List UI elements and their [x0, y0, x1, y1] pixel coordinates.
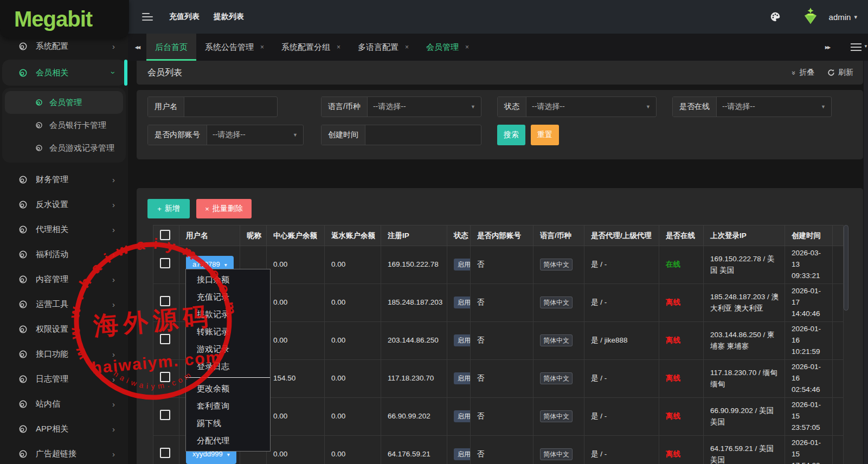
filter-created: 创建时间	[321, 125, 481, 145]
sidebar-item-permission[interactable]: 权限设置 ›	[0, 317, 128, 341]
row-checkbox[interactable]	[160, 296, 170, 306]
cell-gutter	[833, 436, 844, 464]
tab-member-manage[interactable]: 会员管理 ×	[417, 34, 478, 61]
sidebar-item-label: 日志管理	[36, 374, 68, 384]
filter-internal: 是否内部账号 --请选择-- ▼	[147, 125, 304, 145]
chevron-right-icon: ›	[112, 275, 115, 284]
sidebar-item-rebate[interactable]: 反水设置 ›	[0, 192, 128, 217]
refresh-button[interactable]: 刷新	[827, 68, 853, 78]
filter-label: 用户名	[148, 97, 184, 117]
cell-last-ip: 66.90.99.202 / 美国 美国	[704, 398, 785, 436]
menu-item-recharge-records[interactable]: 充值记录	[186, 288, 270, 306]
menu-item-login-logs[interactable]: 登录日志	[186, 358, 270, 375]
menu-item-withdraw-records[interactable]: 提款记录	[186, 306, 270, 323]
row-checkbox[interactable]	[160, 410, 170, 420]
menu-item-kick-offline[interactable]: 踢下线	[186, 415, 270, 432]
sidebar-item-api[interactable]: 接口功能 ›	[0, 341, 128, 366]
menu-item-game-records[interactable]: 游戏记录	[186, 340, 270, 358]
menu-item-assign-agent[interactable]: 分配代理	[186, 432, 270, 449]
sidebar-scrollbar-thumb[interactable]	[124, 60, 127, 86]
tabs-scroll-left-icon[interactable]: ◀◀	[128, 34, 146, 61]
tabs-scroll-right-icon[interactable]: ▶▶	[818, 45, 837, 50]
row-checkbox[interactable]	[160, 258, 170, 268]
internal-select[interactable]: --请选择-- ▼	[207, 125, 303, 145]
sidebar-item-label: 权限设置	[36, 324, 68, 334]
cell-reg-ip: 64.176.59.21	[381, 436, 447, 464]
tab-dashboard[interactable]: 后台首页	[146, 34, 196, 61]
tab-multilang[interactable]: 多语言配置 ×	[349, 34, 417, 61]
diamond-icon[interactable]	[800, 6, 821, 28]
sidebar-item-messages[interactable]: 站内信 ›	[0, 391, 128, 416]
sidebar-item-member-gamelog[interactable]: 会员游戏记录管理	[5, 137, 123, 159]
menu-item-arbitrage-query[interactable]: 套利查询	[186, 397, 270, 415]
row-checkbox[interactable]	[160, 448, 170, 458]
close-icon[interactable]: ×	[405, 43, 409, 51]
filter-label: 语言/币种	[322, 97, 368, 117]
select-value: --请选择--	[532, 102, 565, 112]
sidebar-item-content[interactable]: 内容管理 ›	[0, 267, 128, 292]
created-input[interactable]	[365, 125, 481, 145]
cell-created: 2026-01-16 02:54:46	[785, 360, 833, 398]
tab-config-group[interactable]: 系统配置分组 ×	[273, 34, 349, 61]
col-created: 创建时间	[785, 225, 833, 246]
sidebar-item-ops-tools[interactable]: 运营工具 ›	[0, 292, 128, 317]
close-icon[interactable]: ×	[337, 43, 340, 51]
username-input[interactable]	[184, 97, 277, 117]
hamburger-icon[interactable]	[142, 11, 153, 23]
sidebar-item-member-bankcard[interactable]: 会员银行卡管理	[5, 114, 123, 137]
collapse-button[interactable]: » 折叠	[792, 68, 814, 78]
search-button[interactable]: 搜索	[497, 125, 525, 145]
close-icon[interactable]: ×	[465, 43, 469, 51]
tab-label: 会员管理	[426, 42, 459, 53]
chevron-right-icon: ›	[112, 399, 115, 409]
sidebar-item-finance[interactable]: 财务管理 ›	[0, 167, 128, 192]
filter-online: 是否在线 --请选择-- ▼	[672, 96, 832, 117]
col-internal: 是否内部账号	[471, 225, 533, 246]
sidebar-item-member-group[interactable]: 会员相关 ›	[2, 60, 126, 86]
sidebar-item-app[interactable]: APP相关 ›	[0, 416, 128, 441]
select-caret-icon: ▼	[646, 104, 651, 109]
online-select[interactable]: --请选择-- ▼	[717, 97, 831, 117]
tabs-menu-icon[interactable]: ▼	[851, 41, 861, 53]
cell-created: 2026-01-15 17:54:22	[785, 436, 833, 464]
col-nickname: 昵称	[240, 225, 267, 246]
language-select[interactable]: --请选择-- ▼	[368, 97, 481, 117]
sidebar-item-logs[interactable]: 日志管理 ›	[0, 366, 128, 391]
sidebar-item-welfare[interactable]: 福利活动 ›	[0, 242, 128, 267]
select-value: --请选择--	[213, 130, 246, 140]
add-button[interactable]: + 新增	[147, 199, 190, 218]
select-all-checkbox[interactable]	[160, 230, 170, 240]
sidebar-item-label: 代理相关	[36, 224, 68, 235]
col-online: 是否在线	[659, 225, 704, 246]
row-checkbox[interactable]	[160, 372, 170, 382]
menu-item-change-balance[interactable]: 更改余额	[186, 380, 270, 397]
status-select[interactable]: --请选择-- ▼	[526, 97, 656, 117]
col-language: 语言/币种	[533, 225, 584, 246]
filter-panel: 用户名 语言/币种 --请选择-- ▼ 状态 --请选择-- ▼ 是否在线 --…	[137, 90, 863, 159]
tab-announcement[interactable]: 系统公告管理 ×	[196, 34, 273, 61]
caret-down-icon[interactable]: ▾	[854, 14, 857, 21]
menu-item-transfer-records[interactable]: 转账记录	[186, 323, 270, 340]
palette-icon[interactable]	[769, 11, 781, 23]
cell-internal: 否	[471, 398, 533, 436]
batch-delete-button[interactable]: × 批量删除	[196, 199, 252, 218]
sidebar-item-member-manage[interactable]: 会员管理	[5, 91, 123, 114]
reset-button[interactable]: 重置	[531, 125, 559, 145]
user-menu[interactable]: admin	[829, 12, 851, 22]
cell-last-ip: 185.248.187.203 / 澳大利亚 澳大利亚	[704, 284, 785, 322]
close-icon[interactable]: ×	[260, 43, 264, 51]
page-scrollbar-track[interactable]	[864, 61, 868, 464]
row-checkbox[interactable]	[160, 334, 170, 344]
col-username: 用户名	[179, 225, 240, 246]
language-badge: 简体中文	[540, 259, 573, 270]
sidebar-item-agent[interactable]: 代理相关 ›	[0, 217, 128, 242]
table-scrollbar-thumb[interactable]	[844, 225, 848, 311]
sidebar-item-ad-links[interactable]: 广告超链接 ›	[0, 441, 128, 464]
topnav-withdraw-list[interactable]: 提款列表	[214, 12, 244, 22]
language-badge: 简体中文	[540, 297, 573, 308]
menu-item-api-balance[interactable]: 接口余额	[186, 271, 270, 288]
ring-icon	[18, 325, 28, 334]
chevron-right-icon: ›	[112, 449, 115, 459]
double-chevron-down-icon: »	[790, 70, 798, 74]
topnav-recharge-list[interactable]: 充值列表	[169, 12, 200, 22]
